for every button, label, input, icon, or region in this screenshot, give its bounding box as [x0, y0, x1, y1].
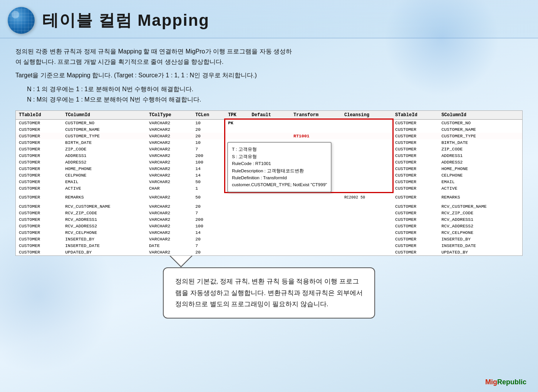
cell-transform	[290, 236, 341, 242]
cell-tcoltype: VARCHAR2	[146, 178, 192, 185]
cell-tcolumn: CUSTOMER_NAME	[62, 126, 146, 133]
table-row: CUSTOMER CUSTOMER_NAME VARCHAR2 20 CUSTO…	[16, 126, 522, 133]
cell-scolumn: CUSTOMER_NO	[438, 119, 522, 126]
cell-tcoltype: VARCHAR2	[146, 216, 192, 223]
cell-cleansing	[341, 203, 392, 210]
callout-line2: 램을 자동생성하고 실행합니다. 변환규칙과 정제규칙은 외부에서	[175, 289, 363, 297]
cell-tpk	[225, 242, 248, 249]
cell-tcoltype: DATE	[146, 242, 192, 249]
cell-tcolumn: ZIP_CODE	[62, 146, 146, 152]
table-row: CUSTOMER RCV_ADDRESS1 VARCHAR2 200 CUSTO…	[16, 216, 522, 223]
cell-stable: CUSTOMER	[392, 152, 438, 159]
cell-cleansing	[341, 223, 392, 229]
cell-stable: CUSTOMER	[392, 165, 438, 172]
cell-tcoltype: VARCHAR2	[146, 133, 192, 139]
cell-scolumn: BIRTH_DATE	[438, 139, 522, 146]
cell-cleansing	[341, 249, 392, 255]
data-table-wrapper: TTableId TColumnId TColType TCLen TPK De…	[15, 110, 523, 256]
cell-tcoltype: VARCHAR2	[146, 165, 192, 172]
cell-tpk	[225, 236, 248, 242]
cell-tclen: 7	[192, 242, 225, 249]
cell-tclen: 20	[192, 203, 225, 210]
cell-scolumn: ADDRESS1	[438, 152, 522, 159]
cell-cleansing	[341, 210, 392, 216]
cell-stable: CUSTOMER	[392, 194, 438, 201]
col-ttableid: TTableId	[16, 111, 62, 120]
brand-mig: Mig	[485, 378, 497, 386]
table-row: CUSTOMER RCV_ZIP_CODE VARCHAR2 7 CUSTOME…	[16, 210, 522, 216]
cell-tcoltype: VARCHAR2	[146, 236, 192, 242]
brand-republic: Republic	[497, 378, 526, 386]
cell-default	[249, 194, 290, 201]
cell-tcolumn: INSERTED_BY	[62, 236, 146, 242]
table-row: CUSTOMER RCV_CUSTOMER_NAME VARCHAR2 20 C…	[16, 203, 522, 210]
cell-tclen: 10	[192, 139, 225, 146]
cell-tpk	[225, 223, 248, 229]
cell-ttable: CUSTOMER	[16, 249, 62, 255]
cell-stable: CUSTOMER	[392, 159, 438, 165]
cell-default	[249, 216, 290, 223]
cell-transform	[290, 119, 341, 126]
cell-ttable: CUSTOMER	[16, 194, 62, 201]
cell-tcolumn: CELPHONE	[62, 172, 146, 178]
cell-tclen: 50	[192, 194, 225, 201]
cell-transform	[290, 210, 341, 216]
cell-scolumn: RCV_CUSTOMER_NAME	[438, 203, 522, 210]
cell-tcolumn: INSERTED_DATE	[62, 242, 146, 249]
cell-ttable: CUSTOMER	[16, 146, 62, 152]
cell-transform	[290, 223, 341, 229]
cell-scolumn: RCV_CELPHONE	[438, 229, 522, 236]
cell-scolumn: INSERTED_DATE	[438, 242, 522, 249]
cell-transform	[290, 242, 341, 249]
cell-transform	[290, 216, 341, 223]
cell-tpk	[225, 229, 248, 236]
cell-transform: RT1001	[290, 133, 341, 139]
cell-scolumn: CUSTOMER_TYPE	[438, 133, 522, 139]
cell-transform	[290, 249, 341, 255]
popup-line6: customer.CUSTOMER_TYPE; NotExist "CT999"	[232, 181, 327, 188]
cell-ttable: CUSTOMER	[16, 223, 62, 229]
table-row: CUSTOMER RCV_CELPHONE VARCHAR2 14 CUSTOM…	[16, 229, 522, 236]
cell-ttable: CUSTOMER	[16, 229, 62, 236]
col-tclen: TCLen	[192, 111, 225, 120]
cell-scolumn: REMARKS	[438, 194, 522, 201]
cell-default	[249, 119, 290, 126]
table-row: CUSTOMER INSERTED_BY VARCHAR2 20 CUSTOME…	[16, 236, 522, 242]
cell-scolumn: EMAIL	[438, 178, 522, 185]
cell-default	[249, 236, 290, 242]
cell-tcoltype: CHAR	[146, 185, 192, 192]
cell-stable: CUSTOMER	[392, 249, 438, 255]
cell-tcolumn: RCV_CELPHONE	[62, 229, 146, 236]
cell-tcolumn: ACTIVE	[62, 185, 146, 192]
cell-tclen: 7	[192, 146, 225, 152]
brand: MigRepublic	[485, 378, 526, 386]
col-transform: Transform	[290, 111, 341, 120]
cell-transform	[290, 194, 341, 201]
cell-tcoltype: VARCHAR2	[146, 229, 192, 236]
cell-tclen: 1	[192, 185, 225, 192]
cell-tpk	[225, 210, 248, 216]
cell-tclen: 200	[192, 216, 225, 223]
cell-scolumn: RCV_ADDRESS1	[438, 216, 522, 223]
cell-cleansing	[341, 152, 392, 159]
cell-tcoltype: VARCHAR2	[146, 249, 192, 255]
cell-ttable: CUSTOMER	[16, 178, 62, 185]
cell-transform	[290, 203, 341, 210]
cell-tclen: 20	[192, 126, 225, 133]
page-title: 테이블 컬럼 Mapping	[42, 10, 210, 31]
cell-default	[249, 242, 290, 249]
cell-stable: CUSTOMER	[392, 242, 438, 249]
cell-tcoltype: VARCHAR2	[146, 139, 192, 146]
cell-tcolumn: REMARKS	[62, 194, 146, 201]
cell-tclen: 20	[192, 133, 225, 139]
cell-cleansing	[341, 126, 392, 133]
cell-tcoltype: VARCHAR2	[146, 152, 192, 159]
cell-tcolumn: ADDRESS1	[62, 152, 146, 159]
callout-box: 정의된 기본값, 정제 규칙, 변환 규칙 등을 적용하여 이행 프로그 램을 …	[163, 267, 375, 319]
cell-scolumn: CELPHONE	[438, 172, 522, 178]
cell-tclen: 200	[192, 152, 225, 159]
popup-line5: RuleDefinition : TransformId	[232, 174, 327, 181]
cell-stable: CUSTOMER	[392, 236, 438, 242]
cell-ttable: CUSTOMER	[16, 165, 62, 172]
cell-tcoltype: VARCHAR2	[146, 210, 192, 216]
